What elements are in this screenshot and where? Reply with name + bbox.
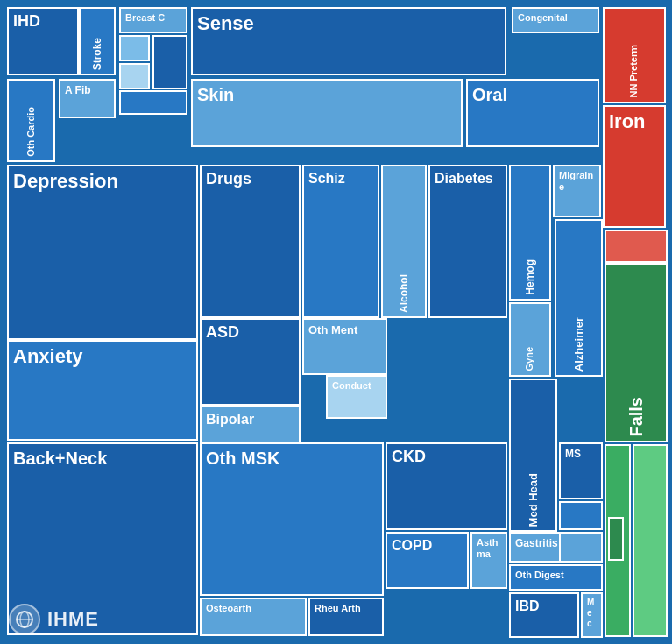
cell-sense[interactable]: Sense xyxy=(191,7,506,75)
cell-label-conduct: Conduct xyxy=(328,377,376,395)
cell-green3[interactable] xyxy=(633,444,668,637)
cell-skin[interactable]: Skin xyxy=(191,79,463,147)
cell-alzheimer[interactable]: Alzheimer xyxy=(555,219,603,377)
cell-label-bipolar: Bipolar xyxy=(202,407,258,431)
cell-label-nn-preterm: NN Preterm xyxy=(624,41,644,102)
cell-label-gastritis: Gastritis xyxy=(511,534,562,553)
cell-label-a-fib: A Fib xyxy=(60,81,95,100)
cell-label-copd: COPD xyxy=(387,534,436,557)
cell-small-bl1[interactable] xyxy=(559,501,603,530)
cell-label-sense: Sense xyxy=(193,9,258,39)
cell-asthma[interactable]: Asthma xyxy=(470,532,507,589)
cell-small1[interactable] xyxy=(119,35,150,61)
cell-label-oth-cardio: Oth Cardio xyxy=(21,103,41,160)
cell-label-gyne: Gyne xyxy=(520,343,540,375)
cell-label-breast-c: Breast C xyxy=(121,9,169,27)
cell-label-ihd: IHD xyxy=(9,9,45,35)
cell-label-depression: Depression xyxy=(9,166,123,196)
cell-asd[interactable]: ASD xyxy=(200,318,301,406)
cell-label-anxiety: Anxiety xyxy=(9,342,87,372)
cell-label-asthma: Asthma xyxy=(472,534,506,563)
cell-migraine[interactable]: Migraine xyxy=(553,165,601,217)
cell-label-ms: MS xyxy=(561,444,585,464)
cell-a-fib[interactable]: A Fib xyxy=(59,79,116,118)
cell-small2[interactable] xyxy=(119,63,150,89)
cell-depression[interactable]: Depression xyxy=(7,165,198,340)
cell-label-iron: Iron xyxy=(605,107,650,137)
cell-label-stroke: Stroke xyxy=(87,34,108,74)
cell-falls[interactable]: Falls xyxy=(605,263,668,442)
cell-schiz[interactable]: Schiz xyxy=(302,165,379,318)
globe-icon xyxy=(15,610,34,629)
ihme-logo: IHME xyxy=(9,604,99,635)
cell-ckd[interactable]: CKD xyxy=(386,442,507,530)
cell-small4[interactable] xyxy=(119,90,187,115)
cell-stroke[interactable]: Stroke xyxy=(79,7,116,75)
cell-oth-msk[interactable]: Oth MSK xyxy=(200,442,384,596)
cell-diabetes[interactable]: Diabetes xyxy=(428,165,507,318)
cell-anxiety[interactable]: Anxiety xyxy=(7,340,198,441)
cell-label-migraine: Migraine xyxy=(555,166,599,196)
cell-label-diabetes: Diabetes xyxy=(430,166,498,190)
cell-breast-c[interactable]: Breast C xyxy=(119,7,187,33)
cell-label-drugs: Drugs xyxy=(202,166,256,193)
cell-conduct[interactable]: Conduct xyxy=(326,375,387,419)
cell-label-oth-ment: Oth Ment xyxy=(304,320,362,341)
cell-label-hemog: Hemog xyxy=(520,256,541,299)
logo-text: IHME xyxy=(47,608,99,631)
cell-label-osteoarth: Osteoarth xyxy=(202,599,256,618)
cell-small-red1[interactable] xyxy=(605,230,668,263)
cell-ihd[interactable]: IHD xyxy=(7,7,79,75)
cell-label-alzheimer: Alzheimer xyxy=(568,314,591,375)
cell-ibd[interactable]: IBD xyxy=(509,592,579,638)
cell-oth-digest[interactable]: Oth Digest xyxy=(509,564,603,591)
cell-hemog[interactable]: Hemog xyxy=(509,165,551,301)
cell-label-congenital: Congenital xyxy=(513,9,572,27)
cell-small3[interactable] xyxy=(152,35,187,89)
cell-label-oth-digest: Oth Digest xyxy=(511,566,569,584)
cell-label-skin: Skin xyxy=(193,81,238,109)
cell-label-ibd: IBD xyxy=(511,594,544,618)
cell-label-oth-msk: Oth MSK xyxy=(202,444,284,472)
cell-alcohol[interactable]: Alcohol xyxy=(381,165,427,318)
cell-oth-cardio[interactable]: Oth Cardio xyxy=(7,79,55,162)
cell-label-ckd: CKD xyxy=(387,444,430,471)
cell-label-asd: ASD xyxy=(202,320,244,346)
cell-nn-preterm[interactable]: NN Preterm xyxy=(603,7,666,103)
cell-label-med-head: Med Head xyxy=(522,470,545,530)
cell-congenital[interactable]: Congenital xyxy=(512,7,599,33)
cell-mec[interactable]: Mec xyxy=(581,592,603,638)
cell-oral[interactable]: Oral xyxy=(466,79,599,147)
cell-label-oral: Oral xyxy=(468,81,512,109)
cell-iron[interactable]: Iron xyxy=(603,105,666,228)
cell-osteoarth[interactable]: Osteoarth xyxy=(200,598,307,636)
cell-label-alcohol: Alcohol xyxy=(393,271,414,316)
cell-small-bl2[interactable] xyxy=(559,532,603,563)
cell-label-falls: Falls xyxy=(621,393,651,441)
logo-icon xyxy=(9,604,40,635)
cell-rheu-arth[interactable]: Rheu Arth xyxy=(308,598,384,636)
cell-label-mec: Mec xyxy=(583,594,601,633)
cell-label-schiz: Schiz xyxy=(304,166,350,190)
cell-green4[interactable] xyxy=(608,517,624,561)
cell-med-head[interactable]: Med Head xyxy=(509,379,557,532)
cell-gyne[interactable]: Gyne xyxy=(509,302,551,377)
cell-copd[interactable]: COPD xyxy=(386,532,469,589)
cell-label-back-neck: Back+Neck xyxy=(9,444,111,472)
cell-ms[interactable]: MS xyxy=(559,442,603,499)
cell-drugs[interactable]: Drugs xyxy=(200,165,301,318)
treemap: IHDStrokeBreast CSenseCongenitalNN Prete… xyxy=(0,0,672,644)
cell-oth-ment[interactable]: Oth Ment xyxy=(302,318,387,375)
cell-label-rheu-arth: Rheu Arth xyxy=(310,599,365,618)
